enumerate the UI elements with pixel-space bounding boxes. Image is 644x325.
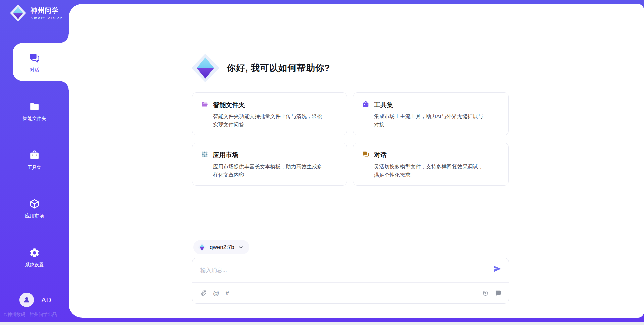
model-name: qwen2:7b	[210, 244, 234, 251]
card-chat[interactable]: 对话 灵活切换多模型文件，支持多样回复效果调试，满足个性化需求	[353, 143, 509, 186]
card-title: 工具集	[374, 101, 393, 109]
avatar	[19, 292, 34, 307]
card-title: 智能文件夹	[213, 101, 245, 109]
brand-name: 神州问学	[31, 6, 63, 15]
app-logo: 神州问学 Smart Vision	[10, 5, 63, 21]
hero-diamond-icon	[191, 54, 219, 82]
card-description: 灵活切换多模型文件，支持多样回复效果调试，满足个性化需求	[374, 162, 488, 179]
card-description: 智能文件夹功能支持批量文件上传与清洗，轻松实现文件问答	[213, 112, 327, 129]
send-icon[interactable]	[493, 265, 501, 273]
card-app-market[interactable]: 应用市场 应用市场提供丰富长文本模板，助力高效生成多样化文章内容	[192, 143, 347, 186]
message-composer: @ #	[192, 258, 509, 304]
folder-icon	[29, 101, 40, 112]
person-icon	[22, 296, 31, 304]
active-nav-curve-top	[60, 34, 69, 43]
cube-icon	[29, 198, 40, 209]
grid-icon	[201, 151, 208, 159]
chevron-down-icon	[238, 245, 243, 250]
chat-icon	[362, 151, 369, 159]
sidebar-item-app-market[interactable]: 应用市场	[0, 198, 69, 219]
sidebar-item-label: 智能文件夹	[23, 116, 46, 122]
model-selector[interactable]: qwen2:7b	[193, 240, 249, 254]
sidebar-item-settings[interactable]: 系统设置	[0, 247, 69, 268]
model-diamond-icon	[198, 243, 206, 252]
composer-toolbar: @ #	[200, 283, 501, 303]
toolbox-icon	[362, 101, 369, 109]
at-icon[interactable]: @	[213, 290, 219, 296]
brand-diamond-icon	[10, 5, 26, 21]
chat-icon	[29, 52, 40, 63]
feature-cards: 智能文件夹 智能文件夹功能支持批量文件上传与清洗，轻松实现文件问答 工具集 集成…	[192, 92, 509, 186]
brand-subtitle: Smart Vision	[31, 16, 63, 20]
greeting-title: 你好, 我可以如何帮助你?	[227, 62, 330, 74]
hash-icon[interactable]: #	[226, 290, 229, 296]
gear-icon	[29, 247, 40, 258]
main-panel: 你好, 我可以如何帮助你? 智能文件夹 智能文件夹功能支持批量文件上传与清洗，轻…	[69, 4, 644, 318]
sidebar-item-toolset[interactable]: 工具集	[0, 150, 69, 171]
paperclip-icon[interactable]	[200, 290, 207, 296]
user-profile[interactable]: AD	[19, 292, 51, 307]
sidebar-item-chat[interactable]: 对话	[0, 52, 69, 73]
copyright-footer: ©神州数码 · 神州问学出品	[4, 312, 57, 318]
sidebar-item-label: 工具集	[28, 165, 42, 171]
sidebar-item-label: 系统设置	[25, 262, 44, 268]
sidebar: 神州问学 Smart Vision 对话 智能文件夹	[0, 0, 69, 325]
card-toolset[interactable]: 工具集 集成市场上主流工具，助力AI与外界无缝扩展与对接	[353, 92, 509, 135]
message-icon[interactable]	[495, 290, 501, 296]
folder-open-icon	[201, 101, 208, 109]
greeting-block: 你好, 我可以如何帮助你?	[191, 54, 330, 82]
toolbox-icon	[29, 150, 40, 161]
sidebar-item-label: 对话	[30, 67, 39, 73]
sidebar-item-smart-folder[interactable]: 智能文件夹	[0, 101, 69, 122]
active-nav-curve-bottom	[60, 81, 69, 90]
card-smart-folder[interactable]: 智能文件夹 智能文件夹功能支持批量文件上传与清洗，轻松实现文件问答	[192, 92, 347, 135]
horizontal-scrollbar[interactable]	[0, 322, 644, 325]
card-title: 对话	[374, 151, 387, 159]
card-title: 应用市场	[213, 151, 238, 159]
message-input[interactable]	[200, 263, 485, 277]
sidebar-item-label: 应用市场	[25, 213, 44, 219]
history-icon[interactable]	[482, 290, 489, 296]
card-description: 应用市场提供丰富长文本模板，助力高效生成多样化文章内容	[213, 162, 327, 179]
card-description: 集成市场上主流工具，助力AI与外界无缝扩展与对接	[374, 112, 488, 129]
user-name: AD	[41, 296, 51, 304]
